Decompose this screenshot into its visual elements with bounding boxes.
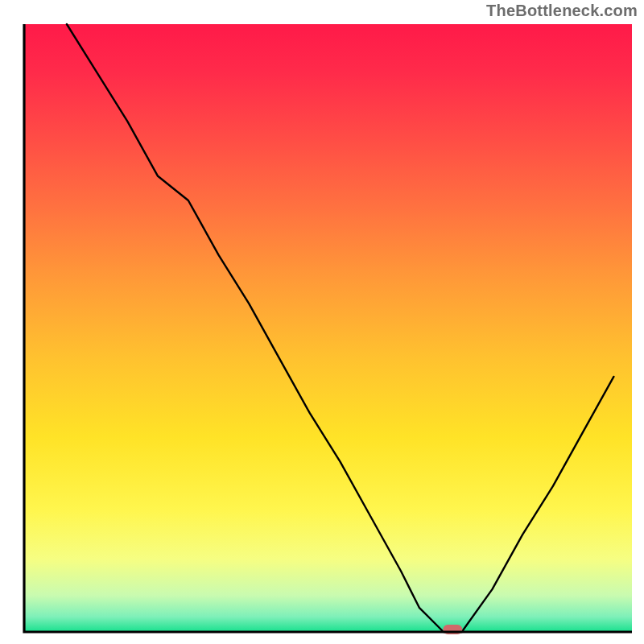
chart-container: TheBottleneck.com bbox=[0, 0, 644, 644]
gradient-background bbox=[24, 24, 632, 632]
bottleneck-chart bbox=[0, 0, 644, 644]
